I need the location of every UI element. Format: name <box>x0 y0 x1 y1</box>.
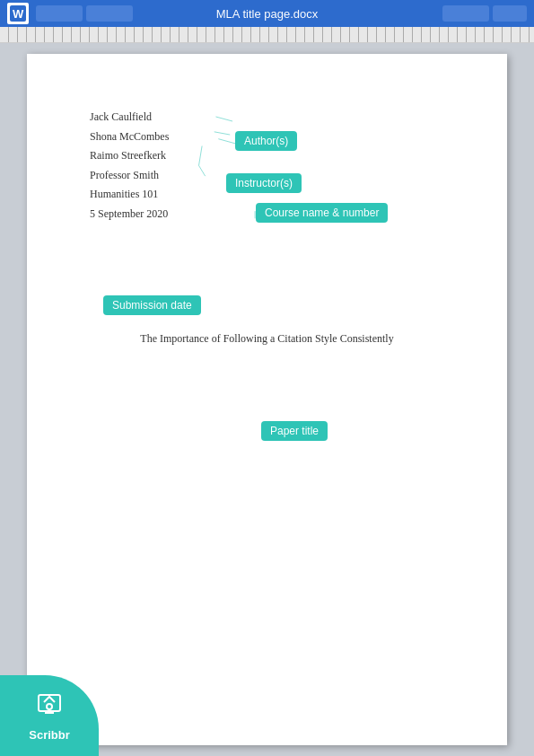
annotation-instructor: Instructor(s) <box>226 173 302 193</box>
document-page: Jack Caulfield Shona McCombes Raimo Stre… <box>27 54 507 745</box>
toolbar: W MLA title page.docx <box>0 0 534 27</box>
toolbar-btn-2[interactable] <box>86 5 133 22</box>
toolbar-btn-3[interactable] <box>442 5 489 22</box>
paper-title: The Importance of Following a Citation S… <box>90 332 444 346</box>
svg-text:W: W <box>13 7 24 21</box>
toolbar-left: W <box>7 3 133 24</box>
page-wrapper: Jack Caulfield Shona McCombes Raimo Stre… <box>0 43 534 756</box>
annotation-date: Submission date <box>103 295 201 315</box>
ruler <box>0 27 534 43</box>
author-line-1: Jack Caulfield <box>90 108 444 127</box>
scribbr-icon <box>35 690 64 725</box>
scribbr-text: Scribbr <box>29 728 70 742</box>
annotation-title: Paper title <box>261 421 328 441</box>
word-icon: W <box>7 3 29 24</box>
toolbar-right <box>442 5 527 22</box>
toolbar-btn-1[interactable] <box>36 5 83 22</box>
toolbar-title: MLA title page.docx <box>216 7 318 21</box>
annotation-course: Course name & number <box>256 203 388 223</box>
doc-content: Jack Caulfield Shona McCombes Raimo Stre… <box>90 108 444 346</box>
annotation-authors: Author(s) <box>235 131 297 151</box>
svg-point-9 <box>47 704 52 709</box>
toolbar-btn-4[interactable] <box>493 5 527 22</box>
